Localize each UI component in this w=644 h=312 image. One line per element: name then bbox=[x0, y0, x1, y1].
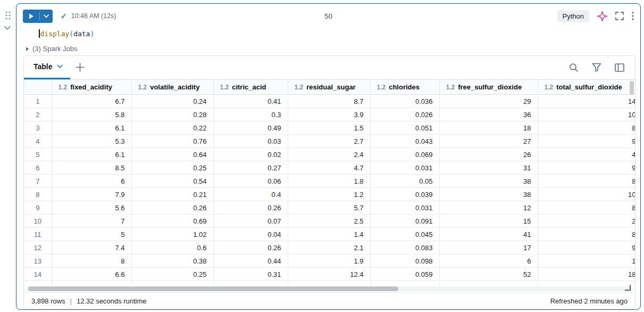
table-cell[interactable]: 0.21 bbox=[131, 188, 213, 201]
table-cell[interactable]: 38 bbox=[439, 188, 538, 201]
table-row[interactable]: 56.10.640.022.40.069264 bbox=[24, 148, 635, 161]
column-header-chlorides[interactable]: 1.2chlorides bbox=[370, 80, 439, 95]
table-cell[interactable]: 6.1 bbox=[52, 148, 131, 161]
table-cell[interactable]: 0.059 bbox=[370, 268, 439, 281]
table-cell[interactable]: 2.1 bbox=[288, 241, 370, 254]
tab-table[interactable]: Table bbox=[24, 56, 70, 79]
table-cell[interactable]: 0.6 bbox=[131, 241, 213, 254]
table-cell[interactable]: 12 bbox=[439, 201, 538, 215]
column-header-residual_sugar[interactable]: 1.2residual_sugar bbox=[288, 80, 370, 95]
table-cell[interactable]: 1.9 bbox=[288, 254, 370, 268]
table-cell[interactable]: 10 bbox=[538, 188, 635, 201]
table-cell[interactable]: 5.3 bbox=[52, 135, 131, 148]
table-cell[interactable]: 15 bbox=[439, 215, 538, 228]
table-cell[interactable]: 2 bbox=[538, 215, 635, 228]
expand-fullscreen-icon[interactable] bbox=[615, 12, 624, 20]
table-cell[interactable]: 4.7 bbox=[288, 161, 370, 175]
kebab-menu-icon[interactable] bbox=[632, 12, 634, 20]
table-cell[interactable]: 29 bbox=[439, 95, 538, 108]
table-cell[interactable]: 0.07 bbox=[213, 215, 288, 228]
table-cell[interactable]: 0.069 bbox=[370, 148, 439, 161]
table-cell[interactable]: 0.26 bbox=[131, 201, 213, 215]
table-cell[interactable]: 8.5 bbox=[52, 161, 131, 175]
table-cell[interactable]: 0.76 bbox=[131, 135, 213, 148]
table-cell[interactable]: 18 bbox=[538, 268, 635, 281]
table-cell[interactable]: 0.05 bbox=[370, 175, 439, 188]
table-cell[interactable]: 1.2 bbox=[288, 188, 370, 201]
table-cell[interactable]: 27 bbox=[439, 135, 538, 148]
column-header-fixed_acidity[interactable]: 1.2fixed_acidity bbox=[52, 80, 131, 95]
table-cell[interactable]: 8 bbox=[52, 254, 131, 268]
table-cell[interactable]: 0.24 bbox=[131, 95, 213, 108]
table-cell[interactable]: 5.6 bbox=[52, 201, 131, 215]
table-cell[interactable]: 0.26 bbox=[213, 201, 288, 215]
table-row[interactable]: 1070.690.072.50.091152 bbox=[24, 215, 635, 228]
table-cell[interactable]: 10 bbox=[538, 108, 635, 121]
table-cell[interactable]: 17 bbox=[439, 241, 538, 254]
table-cell[interactable]: 0.25 bbox=[131, 268, 213, 281]
table-row[interactable]: 68.50.250.274.70.031319 bbox=[24, 161, 635, 175]
vertical-scrollbar[interactable] bbox=[630, 81, 634, 95]
horizontal-scrollbar[interactable] bbox=[28, 286, 398, 291]
table-cell[interactable]: 0.49 bbox=[213, 121, 288, 135]
table-cell[interactable]: 0.69 bbox=[131, 215, 213, 228]
table-cell[interactable]: 1.5 bbox=[288, 121, 370, 135]
table-cell[interactable]: 0.03 bbox=[213, 135, 288, 148]
table-row[interactable]: 87.90.210.41.20.0393810 bbox=[24, 188, 635, 201]
table-cell[interactable]: 12.4 bbox=[288, 268, 370, 281]
table-cell[interactable]: 0.3 bbox=[213, 108, 288, 121]
table-cell[interactable]: 4 bbox=[538, 148, 635, 161]
code-editor-line[interactable]: display(data) bbox=[39, 29, 634, 38]
table-cell[interactable]: 6.1 bbox=[52, 121, 131, 135]
add-visualization-button[interactable] bbox=[76, 63, 85, 72]
collapse-cell-chevron-icon[interactable] bbox=[4, 26, 11, 30]
language-selector[interactable]: Python bbox=[557, 10, 589, 22]
drag-handle-icon[interactable] bbox=[4, 11, 12, 20]
table-cell[interactable]: 9 bbox=[538, 241, 635, 254]
table-cell[interactable]: 8.7 bbox=[288, 95, 370, 108]
table-cell[interactable]: 0.051 bbox=[370, 121, 439, 135]
table-cell[interactable]: 0.045 bbox=[370, 228, 439, 241]
table-cell[interactable]: 7 bbox=[52, 215, 131, 228]
table-cell[interactable]: 0.04 bbox=[213, 228, 288, 241]
filter-icon[interactable] bbox=[592, 63, 601, 72]
table-cell[interactable]: 0.026 bbox=[370, 108, 439, 121]
table-cell[interactable]: 7.4 bbox=[52, 241, 131, 254]
table-row[interactable]: 95.60.260.265.70.031128 bbox=[24, 201, 635, 215]
table-cell[interactable]: 0.38 bbox=[131, 254, 213, 268]
search-icon[interactable] bbox=[569, 63, 579, 72]
table-row[interactable]: 36.10.220.491.50.051188 bbox=[24, 121, 635, 135]
table-cell[interactable]: 26 bbox=[439, 148, 538, 161]
table-cell[interactable]: 0.54 bbox=[131, 175, 213, 188]
table-cell[interactable]: 38 bbox=[439, 175, 538, 188]
table-cell[interactable]: 6.6 bbox=[52, 268, 131, 281]
table-cell[interactable]: 3.9 bbox=[288, 108, 370, 121]
table-cell[interactable]: 5 bbox=[52, 228, 131, 241]
table-cell[interactable]: 0.039 bbox=[370, 188, 439, 201]
table-row[interactable]: 45.30.760.032.70.043279 bbox=[24, 135, 635, 148]
table-cell[interactable]: 0.02 bbox=[213, 148, 288, 161]
table-cell[interactable]: 0.031 bbox=[370, 201, 439, 215]
table-cell[interactable]: 0.091 bbox=[370, 215, 439, 228]
table-cell[interactable]: 0.28 bbox=[131, 108, 213, 121]
table-cell[interactable]: 0.25 bbox=[131, 161, 213, 175]
table-cell[interactable]: 0.098 bbox=[370, 254, 439, 268]
table-cell[interactable]: 0.27 bbox=[213, 161, 288, 175]
table-row[interactable]: 1151.020.041.40.045418 bbox=[24, 228, 635, 241]
table-cell[interactable]: 0.26 bbox=[213, 241, 288, 254]
table-cell[interactable]: 36 bbox=[439, 108, 538, 121]
table-cell[interactable]: 8 bbox=[538, 175, 635, 188]
table-cell[interactable]: 1.02 bbox=[131, 228, 213, 241]
table-cell[interactable]: 0.64 bbox=[131, 148, 213, 161]
table-cell[interactable]: 9 bbox=[538, 135, 635, 148]
table-cell[interactable]: 0.4 bbox=[213, 188, 288, 201]
spark-jobs-toggle[interactable]: (3) Spark Jobs bbox=[26, 45, 634, 53]
table-cell[interactable]: 5.7 bbox=[288, 201, 370, 215]
column-header-total_sulfur_dioxide[interactable]: 1.2total_sulfur_dioxide bbox=[538, 80, 635, 95]
table-cell[interactable]: 0.31 bbox=[213, 268, 288, 281]
table-cell[interactable]: 14 bbox=[538, 95, 635, 108]
table-cell[interactable]: 8 bbox=[538, 121, 635, 135]
resize-handle[interactable] bbox=[625, 285, 631, 291]
table-row[interactable]: 25.80.280.33.90.0263610 bbox=[24, 108, 635, 121]
table-cell[interactable]: 0.41 bbox=[213, 95, 288, 108]
